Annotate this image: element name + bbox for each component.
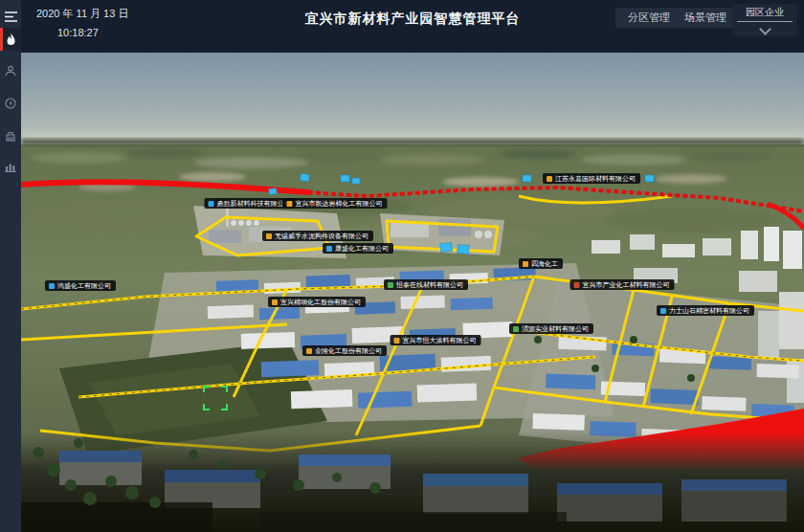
factory-marker-icon xyxy=(266,233,272,239)
company-label-text: 四海化工 xyxy=(531,260,558,267)
current-time: 10:18:27 xyxy=(57,27,99,38)
smart-park-platform: 2020 年 11 月 13 日 10:18:27 宜兴市新材料产业园智慧管理平… xyxy=(0,0,804,532)
flame-icon[interactable] xyxy=(0,28,21,51)
company-label-text: 金陵化工股份有限公司 xyxy=(315,347,382,354)
factory-marker-icon xyxy=(287,201,293,207)
company-label-text: 鼎胜新材料科技有限公司 xyxy=(217,200,291,207)
gauge-icon[interactable] xyxy=(0,92,21,115)
top-bar: 2020 年 11 月 13 日 10:18:27 宜兴市新材料产业园智慧管理平… xyxy=(21,0,804,53)
company-label[interactable]: 鸿盛化工有限公司 xyxy=(45,280,116,291)
user-icon[interactable] xyxy=(0,59,21,82)
scene-management-button[interactable]: 场景管理 xyxy=(672,8,739,28)
company-label[interactable]: 宜兴精细化工股份有限公司 xyxy=(268,297,366,307)
company-label-text: 宜兴市凯达岩棉化工有限公司 xyxy=(296,200,383,207)
company-label[interactable]: 无锡威孚水泥构件设备有限公司 xyxy=(262,231,373,241)
factory-icon[interactable] xyxy=(0,124,21,147)
factory-marker-icon xyxy=(388,282,393,288)
company-label-text: 力士山石精密材料有限公司 xyxy=(669,307,749,314)
park-enterprise-dropdown[interactable]: 园区企业 xyxy=(732,4,797,36)
factory-marker-icon xyxy=(272,299,278,305)
company-label[interactable]: 鼎胜新材料科技有限公司 xyxy=(205,198,296,209)
company-label[interactable]: 金陵化工股份有限公司 xyxy=(302,345,387,356)
company-label-text: 恒泰在线材料有限公司 xyxy=(396,281,463,288)
dropdown-label: 园区企业 xyxy=(737,6,793,22)
factory-marker-icon xyxy=(547,176,552,182)
company-label[interactable]: 清源实业材料有限公司 xyxy=(509,323,593,334)
company-label[interactable]: 宜兴市产业化工材料有限公司 xyxy=(570,279,675,290)
company-label-text: 无锡威孚水泥构件设备有限公司 xyxy=(275,233,368,239)
company-label-text: 宜兴市恒大涂料有限公司 xyxy=(403,337,477,344)
factory-marker-icon xyxy=(574,282,580,288)
company-label-text: 宜兴精细化工股份有限公司 xyxy=(280,299,361,305)
factory-marker-icon xyxy=(306,348,312,354)
company-label[interactable]: 康盛化工有限公司 xyxy=(323,243,393,254)
factory-marker-icon xyxy=(513,326,519,332)
company-label-text: 江苏永嘉国际材料有限公司 xyxy=(555,175,636,182)
factory-marker-icon xyxy=(209,201,214,207)
factory-marker-icon xyxy=(394,338,400,344)
company-label-text: 康盛化工有限公司 xyxy=(335,245,389,252)
company-label-text: 清源实业材料有限公司 xyxy=(522,325,589,332)
sidebar xyxy=(0,0,21,532)
menu-icon[interactable] xyxy=(0,5,21,28)
factory-marker-icon xyxy=(660,308,666,314)
company-label[interactable]: 恒泰在线材料有限公司 xyxy=(384,279,468,290)
bar-chart-icon[interactable] xyxy=(0,155,21,178)
chevron-down-icon xyxy=(759,23,771,35)
company-label-text: 宜兴市产业化工材料有限公司 xyxy=(583,281,670,288)
map-scene xyxy=(21,53,804,532)
company-label[interactable]: 宜兴市凯达岩棉化工有限公司 xyxy=(283,198,388,209)
company-label[interactable]: 力士山石精密材料有限公司 xyxy=(657,305,754,316)
factory-marker-icon xyxy=(49,283,55,289)
factory-marker-icon xyxy=(523,261,528,267)
company-label-text: 鸿盛化工有限公司 xyxy=(57,282,111,289)
company-label[interactable]: 四海化工 xyxy=(519,258,563,269)
factory-marker-icon xyxy=(326,246,332,252)
company-label[interactable]: 江苏永嘉国际材料有限公司 xyxy=(543,173,640,184)
map-3d-view[interactable] xyxy=(21,53,804,532)
company-label[interactable]: 宜兴市恒大涂料有限公司 xyxy=(391,335,481,345)
